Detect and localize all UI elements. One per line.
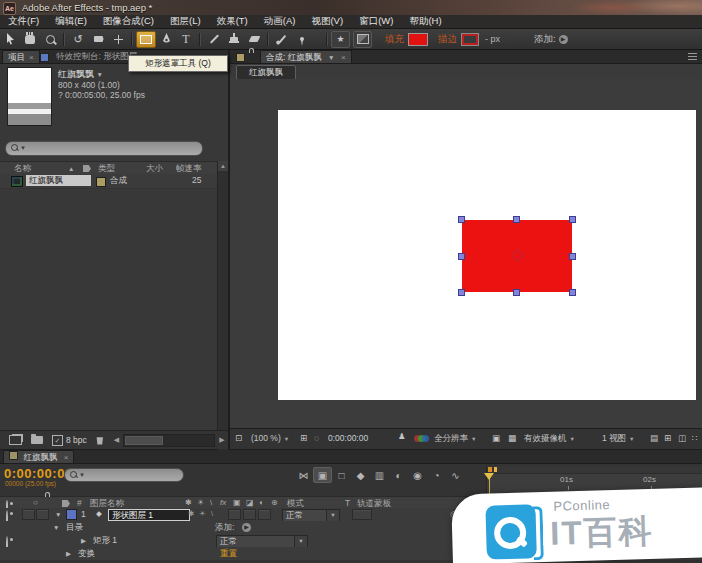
graph-editor-icon[interactable]: ∿ [446,467,465,483]
rotate-tool-icon[interactable]: ↺ [68,31,88,48]
active-camera-dropdown[interactable]: 有效摄像机▼ [524,433,575,445]
pen-tool-icon[interactable] [156,31,176,48]
layer-name-input[interactable]: 形状图层 1 [108,509,190,521]
comp-mini-flowchart-icon[interactable]: ⋈ [294,467,313,483]
comp-flowchart-icon[interactable]: ∷ [692,433,697,443]
menu-layer[interactable]: 图层(L) [162,15,209,28]
pan-behind-tool-icon[interactable] [108,31,128,48]
shy-layers-icon[interactable]: ◆ [351,467,370,483]
brush-tool-icon[interactable] [204,31,224,48]
shy-icon[interactable]: ◆ [96,509,102,518]
selection-handle[interactable] [458,289,465,296]
interpret-footage-icon[interactable] [9,435,22,445]
expand-icon[interactable]: ▼ [55,511,61,518]
composition-canvas[interactable] [278,110,696,400]
transform-group-label[interactable]: 变换 [78,548,95,560]
project-item-row[interactable]: 红旗飘飘 合成 25 [0,174,218,189]
switch-box[interactable] [243,509,256,520]
selection-handle[interactable] [569,253,576,260]
comp-viewer[interactable] [230,79,702,428]
zoom-tool-icon[interactable] [40,31,60,48]
work-area-marker[interactable] [494,467,497,472]
menu-view[interactable]: 视图(V) [303,15,351,28]
selection-tool-icon[interactable] [0,31,20,48]
menu-animation[interactable]: 动画(A) [256,15,304,28]
region-of-interest-icon[interactable]: ▣ [492,433,500,443]
resolution-dropdown[interactable]: 全分辨率▼ [434,433,476,445]
puppet-pin-tool-icon[interactable] [292,31,312,48]
brainstorm-icon[interactable]: ◉ [408,467,427,483]
menu-composition[interactable]: 图像合成(C) [95,15,162,28]
add-menu-icon[interactable]: ▶ [242,523,251,532]
layer-label-swatch[interactable] [66,509,77,520]
expand-icon[interactable]: ▼ [53,524,59,531]
scroll-left-icon[interactable]: ◀ [114,436,119,444]
frame-blending-icon[interactable]: ▥ [370,467,389,483]
trkmat-box[interactable] [352,509,372,520]
text-tool-icon[interactable]: T [176,31,196,48]
selection-handle[interactable] [513,289,520,296]
work-area-start-handle[interactable] [488,467,492,472]
panel-menu-icon[interactable] [688,53,697,60]
fill-label[interactable]: 填充 [385,33,404,46]
comp-timecode[interactable]: 0:00:00:00 [328,433,368,443]
collapse-icon[interactable]: ▶ [66,550,71,558]
star-toggle-button[interactable]: ★ [331,31,350,48]
clone-stamp-tool-icon[interactable] [224,31,244,48]
new-folder-icon[interactable] [31,436,43,444]
tab-effect-controls[interactable]: 特效控制台: 形状图层 [56,51,137,63]
close-icon[interactable]: × [341,53,346,62]
add-menu-icon[interactable]: ▶ [559,35,568,44]
view-layout-dropdown[interactable]: 1 视图▼ [602,433,635,445]
menu-effect[interactable]: 效果(T) [209,15,256,28]
stroke-label[interactable]: 描边 [438,33,457,46]
stroke-color-swatch[interactable] [461,33,479,46]
fill-color-swatch[interactable] [408,33,428,46]
collapse-icon[interactable]: ▶ [81,537,86,545]
transparency-grid-icon[interactable]: ▦ [508,433,516,443]
scroll-right-icon[interactable]: ▶ [219,436,224,444]
selection-handle[interactable] [569,289,576,296]
timeline-search-input[interactable]: ▼ [64,468,184,482]
camera-tool-icon[interactable] [88,31,108,48]
add-label[interactable]: 添加: [534,33,556,46]
stroke-width-value[interactable]: - px [485,34,500,44]
timeline-button-icon[interactable]: ◫ [678,433,686,443]
menu-window[interactable]: 窗口(W) [351,15,401,28]
3d-layers-icon[interactable]: □ [332,467,351,483]
rectangle-group-label[interactable]: 矩形 1 [93,535,117,547]
project-item-name[interactable]: 红旗飘飘 [26,175,91,186]
motion-blur-icon[interactable]: ◐ [389,467,408,483]
selection-handle[interactable] [458,216,465,223]
switch-box[interactable] [228,509,241,520]
roto-brush-tool-icon[interactable] [272,31,292,48]
label-color-swatch[interactable] [96,177,106,187]
menu-edit[interactable]: 编辑(E) [47,15,95,28]
magnification-dropdown[interactable]: (100 %)▼ [251,433,289,443]
mask-visibility-button[interactable] [353,31,372,48]
switch-box[interactable] [22,509,35,520]
selection-handle[interactable] [569,216,576,223]
selection-handle[interactable] [458,253,465,260]
auto-keyframe-icon[interactable]: ◔ [427,467,446,483]
layer-switch-sun[interactable]: ☀ [199,509,206,518]
tab-composition[interactable]: 合成: 红旗飘飘 ▼ × [260,50,352,63]
mask-visibility-icon[interactable]: ◌ [314,433,319,443]
rectangle-tool-icon[interactable] [136,31,156,48]
menu-file[interactable]: 文件(F) [0,15,47,28]
switch-box[interactable] [258,509,271,520]
eraser-tool-icon[interactable] [244,31,264,48]
selection-handle[interactable] [513,216,520,223]
hand-tool-icon[interactable] [20,31,40,48]
draft-3d-icon[interactable]: ▣ [313,467,332,483]
project-horizontal-scrollbar[interactable] [123,434,215,447]
project-settings-button[interactable]: ✓ 8 bpc [52,435,87,446]
project-search-input[interactable]: ▼ [5,141,203,156]
add-label[interactable]: 添加: [215,522,234,534]
show-snapshot-icon[interactable]: ♟ [398,431,406,441]
close-icon[interactable]: × [29,53,34,62]
trash-icon[interactable] [96,436,104,445]
layer-switch-slash[interactable]: \ [211,509,213,518]
grid-guides-icon[interactable]: ⊞ [300,433,307,443]
menu-help[interactable]: 帮助(H) [401,15,449,28]
